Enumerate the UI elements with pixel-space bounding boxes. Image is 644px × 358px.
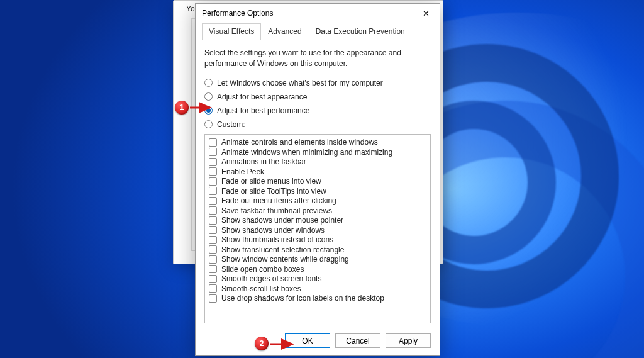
tab-visual-effects[interactable]: Visual Effects — [202, 23, 261, 40]
radio-label: Adjust for best performance — [217, 106, 309, 115]
annotation-arrow-2 — [269, 338, 297, 350]
cancel-button[interactable]: Cancel — [335, 333, 380, 348]
visual-effect-option[interactable]: Slide open combo boxes — [209, 265, 426, 274]
checkbox-icon — [209, 216, 217, 225]
tab-strip: Visual Effects Advanced Data Execution P… — [197, 23, 438, 40]
checkbox-icon — [209, 197, 217, 205]
visual-effect-option-label: Show shadows under mouse pointer — [221, 216, 343, 225]
visual-effect-option[interactable]: Show translucent selection rectangle — [209, 245, 426, 254]
apply-button[interactable]: Apply — [386, 333, 431, 348]
visual-effect-option-label: Show thumbnails instead of icons — [221, 235, 333, 244]
visual-effect-option[interactable]: Smooth-scroll list boxes — [209, 284, 426, 293]
visual-effect-option[interactable]: Smooth edges of screen fonts — [209, 274, 426, 283]
checkbox-icon — [209, 275, 217, 283]
close-button[interactable]: ✕ — [416, 5, 436, 21]
visual-effect-option-label: Fade out menu items after clicking — [221, 196, 336, 205]
desktop-wallpaper: Yo Performance Options ✕ Visual Effects … — [0, 0, 644, 358]
checkbox-icon — [209, 265, 217, 273]
visual-effect-option[interactable]: Fade out menu items after clicking — [209, 196, 426, 205]
description-text: Select the settings you want to use for … — [204, 48, 412, 70]
tab-panel-visual-effects: Select the settings you want to use for … — [196, 40, 440, 326]
radio-custom[interactable]: Custom: — [204, 120, 431, 129]
checkbox-icon — [209, 206, 217, 215]
visual-effect-option[interactable]: Enable Peek — [209, 167, 426, 176]
visual-effect-option[interactable]: Show shadows under windows — [209, 226, 426, 235]
visual-effect-option-label: Smooth-scroll list boxes — [221, 284, 301, 293]
visual-effect-option[interactable]: Animate windows when minimizing and maxi… — [209, 148, 426, 157]
radio-label: Custom: — [217, 120, 245, 129]
performance-options-dialog: Performance Options ✕ Visual Effects Adv… — [195, 3, 440, 356]
dialog-button-row: OK Cancel Apply — [196, 326, 440, 355]
checkbox-icon — [209, 148, 217, 156]
annotation-marker-2: 2 — [255, 337, 269, 350]
dialog-title: Performance Options — [202, 9, 416, 18]
checkbox-icon — [209, 158, 217, 166]
checkbox-icon — [209, 236, 217, 244]
visual-effect-option-label: Animations in the taskbar — [221, 157, 306, 166]
radio-icon — [204, 79, 213, 87]
radio-best-performance[interactable]: Adjust for best performance — [204, 106, 431, 115]
visual-effect-option-label: Fade or slide ToolTips into view — [221, 187, 326, 196]
visual-effect-option-label: Show window contents while dragging — [221, 255, 349, 264]
checkbox-icon — [209, 167, 217, 176]
visual-effect-option[interactable]: Animate controls and elements inside win… — [209, 138, 426, 147]
visual-effect-option[interactable]: Animations in the taskbar — [209, 157, 426, 166]
visual-effect-option-label: Fade or slide menus into view — [221, 177, 321, 186]
checkbox-icon — [209, 284, 217, 293]
checkbox-icon — [209, 245, 217, 254]
visual-effects-list[interactable]: Animate controls and elements inside win… — [204, 134, 431, 323]
visual-effect-option[interactable]: Save taskbar thumbnail previews — [209, 206, 426, 215]
visual-effect-option[interactable]: Show thumbnails instead of icons — [209, 235, 426, 244]
visual-effect-option-label: Smooth edges of screen fonts — [221, 274, 321, 283]
radio-best-appearance[interactable]: Adjust for best appearance — [204, 92, 431, 101]
visual-effect-option-label: Use drop shadows for icon labels on the … — [221, 294, 384, 303]
visual-effect-option[interactable]: Show shadows under mouse pointer — [209, 216, 426, 225]
visual-effect-option-label: Show shadows under windows — [221, 226, 325, 235]
visual-effect-option-label: Show translucent selection rectangle — [221, 245, 344, 254]
visual-effect-option[interactable]: Use drop shadows for icon labels on the … — [209, 294, 426, 303]
checkbox-icon — [209, 294, 217, 303]
checkbox-icon — [209, 255, 217, 264]
titlebar[interactable]: Performance Options ✕ — [196, 4, 440, 23]
checkbox-icon — [209, 138, 217, 147]
annotation-arrow-1 — [189, 101, 215, 114]
visual-effect-option-label: Animate controls and elements inside win… — [221, 138, 378, 147]
visual-effect-option-label: Save taskbar thumbnail previews — [221, 206, 332, 215]
checkbox-icon — [209, 187, 217, 195]
visual-effect-option[interactable]: Fade or slide menus into view — [209, 177, 426, 186]
visual-effect-option-label: Enable Peek — [221, 167, 264, 176]
visual-effect-option-label: Animate windows when minimizing and maxi… — [221, 148, 392, 157]
visual-effect-option[interactable]: Fade or slide ToolTips into view — [209, 187, 426, 196]
radio-icon — [204, 92, 213, 101]
visual-effect-option-label: Slide open combo boxes — [221, 265, 304, 274]
close-icon: ✕ — [423, 9, 430, 18]
radio-icon — [204, 120, 213, 128]
checkbox-icon — [209, 177, 217, 186]
radio-label: Adjust for best appearance — [217, 92, 307, 101]
radio-label: Let Windows choose what's best for my co… — [217, 79, 383, 87]
tab-advanced[interactable]: Advanced — [261, 23, 308, 40]
background-window-text: Yo — [186, 4, 195, 13]
annotation-marker-1: 1 — [175, 101, 189, 115]
checkbox-icon — [209, 226, 217, 234]
visual-effect-option[interactable]: Show window contents while dragging — [209, 255, 426, 264]
tab-dep[interactable]: Data Execution Prevention — [309, 23, 412, 40]
radio-let-windows-choose[interactable]: Let Windows choose what's best for my co… — [204, 79, 431, 87]
